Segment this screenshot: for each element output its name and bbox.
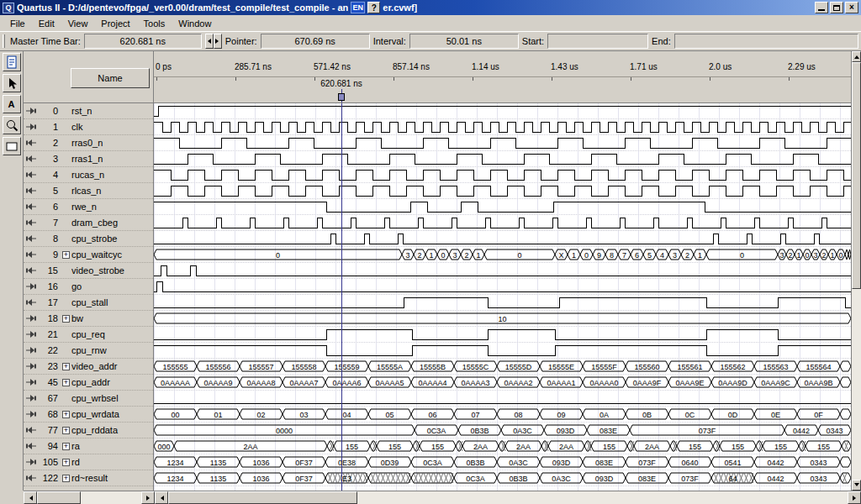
panel-scroll-right-button[interactable] (141, 491, 155, 504)
scroll-down-button[interactable] (852, 480, 861, 491)
signal-row[interactable]: 16go (24, 279, 153, 295)
signal-panel-hscrollbar[interactable] (24, 491, 155, 504)
master-time-field[interactable]: 620.681 ns (84, 34, 202, 49)
menu-window[interactable]: Window (172, 17, 218, 30)
waveform-hscrollbar[interactable] (155, 491, 861, 504)
wave-row[interactable] (154, 343, 851, 359)
waveform-display[interactable]: 032103210X109876543210321032101015555515… (154, 103, 851, 491)
signal-row[interactable]: 4rucas_n (24, 167, 153, 183)
wave-scroll-right-button[interactable] (848, 491, 861, 504)
wave-row[interactable] (154, 263, 851, 279)
wave-row[interactable]: 10 (154, 311, 851, 327)
report-tool-button[interactable] (3, 53, 21, 71)
signal-row[interactable]: 122+rd~result (24, 470, 153, 486)
language-badge[interactable]: EN (351, 2, 365, 13)
spin-left-button[interactable] (205, 34, 214, 49)
signal-row[interactable]: 6rwe_n (24, 199, 153, 215)
signal-row[interactable]: 77+cpu_rddata (24, 423, 153, 438)
wave-row[interactable]: 032103210X10987654321032103210 (154, 247, 851, 263)
minimize-button[interactable] (815, 2, 828, 13)
signal-row[interactable]: 94+ra (24, 438, 153, 454)
signal-row[interactable]: 9+cpu_waitcyc (24, 247, 153, 263)
wave-row[interactable]: 000102030405060708090A0B0C0D0E0F (154, 407, 851, 423)
wave-row[interactable] (154, 135, 851, 151)
expand-button[interactable]: + (62, 379, 70, 386)
name-column-header[interactable]: Name (71, 68, 150, 88)
wave-row[interactable]: 0002AA1551551552AA2AA2AA1552AA1551551551… (154, 438, 851, 454)
vertical-scrollbar[interactable] (851, 51, 861, 491)
menu-edit[interactable]: Edit (32, 17, 61, 30)
wave-scroll-thumb[interactable] (168, 491, 357, 504)
wave-row[interactable] (154, 215, 851, 231)
signal-row[interactable]: 2rras0_n (24, 135, 153, 151)
restore-button[interactable] (830, 2, 843, 13)
signal-row[interactable]: 22cpu_rnw (24, 343, 153, 359)
expand-button[interactable]: + (62, 363, 70, 370)
expand-button[interactable]: + (62, 459, 70, 466)
scroll-up-button[interactable] (852, 51, 861, 62)
expand-button[interactable]: + (62, 475, 70, 482)
panel-scroll-left-button[interactable] (24, 491, 37, 504)
wave-row[interactable]: 00000C3A0B3B0A3C093D083E073F04420343 (154, 423, 851, 438)
signal-row[interactable]: 5rlcas_n (24, 183, 153, 199)
wave-row[interactable] (154, 391, 851, 407)
toolbar-grip[interactable] (3, 34, 5, 48)
signal-row[interactable]: 68+cpu_wrdata (24, 407, 153, 423)
signal-row[interactable]: 1clk (24, 119, 153, 135)
wave-row[interactable] (154, 167, 851, 183)
menu-view[interactable]: View (61, 17, 95, 30)
fullscreen-tool-button[interactable] (3, 137, 21, 155)
wave-row[interactable] (154, 295, 851, 311)
wave-row[interactable] (154, 199, 851, 215)
close-button[interactable]: × (845, 2, 858, 13)
wave-row[interactable]: 0AAAAA0AAAA90AAAA80AAAA70AAAA60AAAA50AAA… (154, 375, 851, 391)
signal-index: 9 (39, 249, 61, 260)
expand-button[interactable]: + (62, 315, 70, 323)
help-badge[interactable]: ? (367, 2, 380, 13)
title-bar[interactable]: Q Quartus II - D:/d/pentevo/fpga/_ver0.0… (0, 0, 861, 15)
signal-row[interactable]: 0rst_n (24, 103, 153, 119)
signal-row[interactable]: 21cpu_req (24, 327, 153, 343)
signal-row[interactable]: 18+bw (24, 311, 153, 327)
menu-tools[interactable]: Tools (137, 17, 172, 30)
panel-scroll-track[interactable] (37, 491, 141, 504)
expand-button[interactable]: + (62, 443, 70, 450)
master-time-ruler[interactable]: 620.681 ns (154, 76, 851, 102)
signal-row[interactable]: 45+cpu_addr (24, 375, 153, 391)
wave-row[interactable] (154, 231, 851, 247)
vertical-scroll-track[interactable] (852, 62, 861, 480)
wave-row[interactable] (154, 151, 851, 167)
signal-row[interactable]: 15video_strobe (24, 263, 153, 279)
expand-button[interactable]: + (62, 251, 70, 259)
wave-row[interactable] (154, 119, 851, 135)
wave-row[interactable] (154, 327, 851, 343)
signal-row[interactable]: 8cpu_strobe (24, 231, 153, 247)
signal-row[interactable]: 67cpu_wrbsel (24, 391, 153, 407)
signal-row[interactable]: 17cpu_stall (24, 295, 153, 311)
master-time-cursor-line[interactable] (341, 103, 342, 491)
wave-scroll-left-button[interactable] (155, 491, 168, 504)
wave-scroll-track[interactable] (168, 491, 848, 504)
menu-project[interactable]: Project (94, 17, 136, 30)
vertical-scroll-thumb[interactable] (852, 62, 861, 289)
signal-row[interactable]: 23+video_addr (24, 359, 153, 375)
text-tool-button[interactable]: A (3, 95, 21, 113)
panel-scroll-thumb[interactable] (37, 491, 81, 504)
expand-button[interactable]: + (62, 411, 70, 418)
wave-row[interactable] (154, 103, 851, 119)
svg-text:0E: 0E (771, 411, 780, 419)
wave-row[interactable]: 15555515555615555715555815555915555A1555… (154, 359, 851, 375)
signal-row[interactable]: 7dram_cbeg (24, 215, 153, 231)
wave-row[interactable]: 1234113510360F370E380D390C3A0B3B0A3C093D… (154, 454, 851, 470)
expand-button[interactable]: + (62, 427, 70, 434)
wave-row[interactable] (154, 279, 851, 295)
menu-file[interactable]: File (3, 17, 32, 30)
signal-row[interactable]: 105+rd (24, 454, 153, 470)
zoom-tool-button[interactable] (3, 116, 21, 134)
master-time-bar-handle[interactable] (338, 93, 345, 101)
wave-row[interactable] (154, 183, 851, 199)
wave-row[interactable]: 1234113510360F37E30C3A0B3B0A3C093D083E07… (154, 470, 851, 486)
select-tool-button[interactable] (3, 74, 21, 92)
spin-right-button[interactable] (214, 34, 222, 49)
signal-row[interactable]: 3rras1_n (24, 151, 153, 167)
